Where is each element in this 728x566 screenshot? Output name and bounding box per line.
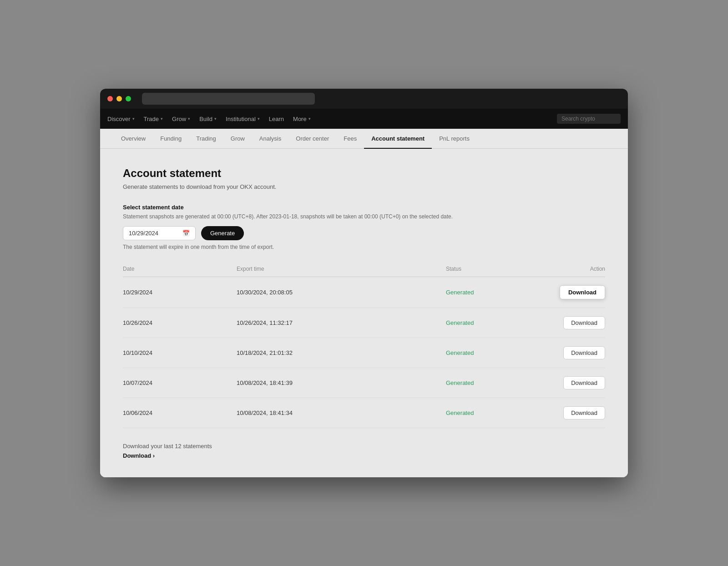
nav-bar: Discover ▾ Trade ▾ Grow ▾ Build ▾ Instit… — [100, 109, 628, 129]
row-4-status: Generated — [446, 409, 537, 416]
row-1-date: 10/26/2024 — [123, 319, 237, 326]
tab-order-center[interactable]: Order center — [288, 129, 336, 149]
tab-fees[interactable]: Fees — [336, 129, 364, 149]
download-button-3[interactable]: Download — [563, 376, 605, 389]
download-button-1[interactable]: Download — [563, 316, 605, 329]
row-0-action: Download — [537, 285, 605, 299]
download-button-0[interactable]: Download — [560, 285, 605, 299]
expire-note: The statement will expire in one month f… — [123, 244, 605, 250]
col-header-status: Status — [446, 266, 537, 272]
tab-analysis[interactable]: Analysis — [252, 129, 288, 149]
url-bar[interactable] — [142, 93, 315, 105]
page-subtitle: Generate statements to download from you… — [123, 183, 605, 190]
row-1-action: Download — [537, 316, 605, 329]
bulk-download-link[interactable]: Download › — [123, 452, 605, 459]
nav-item-grow[interactable]: Grow ▾ — [172, 116, 190, 122]
row-1-export-time: 10/26/2024, 11:32:17 — [237, 319, 446, 326]
title-bar — [100, 89, 628, 109]
tab-overview[interactable]: Overview — [114, 129, 153, 149]
main-content: Account statement Generate statements to… — [100, 149, 628, 477]
generate-button[interactable]: Generate — [201, 226, 244, 240]
col-header-export-time: Export time — [237, 266, 446, 272]
tab-bar: Overview Funding Trading Grow Analysis O… — [100, 129, 628, 149]
row-4-date: 10/06/2024 — [123, 409, 237, 416]
close-button[interactable] — [107, 96, 113, 101]
page-title: Account statement — [123, 167, 605, 180]
row-3-status: Generated — [446, 379, 537, 386]
date-input[interactable]: 10/29/2024 📅 — [123, 226, 196, 240]
nav-item-more[interactable]: More ▾ — [293, 116, 311, 122]
nav-item-build[interactable]: Build ▾ — [199, 116, 217, 122]
statements-table: Date Export time Status Action 10/29/202… — [123, 261, 605, 428]
tab-trading[interactable]: Trading — [189, 129, 223, 149]
table-header: Date Export time Status Action — [123, 261, 605, 277]
nav-item-trade[interactable]: Trade ▾ — [144, 116, 163, 122]
row-0-date: 10/29/2024 — [123, 289, 237, 296]
tab-account-statement[interactable]: Account statement — [364, 129, 432, 149]
nav-item-discover[interactable]: Discover ▾ — [107, 116, 135, 122]
row-3-date: 10/07/2024 — [123, 379, 237, 386]
download-button-4[interactable]: Download — [563, 406, 605, 419]
calendar-icon: 📅 — [182, 230, 190, 237]
bulk-download-section: Download your last 12 statements Downloa… — [123, 443, 605, 459]
chevron-down-icon: ▾ — [188, 116, 190, 121]
nav-item-institutional[interactable]: Institutional ▾ — [226, 116, 260, 122]
date-info: Statement snapshots are generated at 00:… — [123, 213, 605, 220]
col-header-date: Date — [123, 266, 237, 272]
chevron-down-icon: ▾ — [258, 116, 260, 121]
download-button-2[interactable]: Download — [563, 346, 605, 359]
tab-pnl-reports[interactable]: PnL reports — [432, 129, 477, 149]
tab-funding[interactable]: Funding — [153, 129, 189, 149]
row-3-action: Download — [537, 376, 605, 389]
date-row: 10/29/2024 📅 Generate — [123, 226, 605, 240]
row-2-status: Generated — [446, 349, 537, 356]
row-2-date: 10/10/2024 — [123, 349, 237, 356]
table-row: 10/07/2024 10/08/2024, 18:41:39 Generate… — [123, 368, 605, 398]
select-date-label: Select statement date — [123, 204, 605, 211]
browser-window: Discover ▾ Trade ▾ Grow ▾ Build ▾ Instit… — [100, 89, 628, 477]
bulk-download-title: Download your last 12 statements — [123, 443, 605, 450]
row-3-export-time: 10/08/2024, 18:41:39 — [237, 379, 446, 386]
tab-grow[interactable]: Grow — [223, 129, 252, 149]
nav-item-learn[interactable]: Learn — [269, 116, 284, 122]
chevron-down-icon: ▾ — [214, 116, 217, 121]
row-2-action: Download — [537, 346, 605, 359]
chevron-down-icon: ▾ — [132, 116, 135, 121]
date-value: 10/29/2024 — [129, 230, 158, 237]
chevron-down-icon: ▾ — [308, 116, 311, 121]
table-row: 10/10/2024 10/18/2024, 21:01:32 Generate… — [123, 338, 605, 368]
row-0-export-time: 10/30/2024, 20:08:05 — [237, 289, 446, 296]
row-4-action: Download — [537, 406, 605, 419]
col-header-action: Action — [537, 266, 605, 272]
minimize-button[interactable] — [116, 96, 122, 101]
row-0-status: Generated — [446, 289, 537, 296]
table-row: 10/06/2024 10/08/2024, 18:41:34 Generate… — [123, 398, 605, 428]
row-4-export-time: 10/08/2024, 18:41:34 — [237, 409, 446, 416]
maximize-button[interactable] — [126, 96, 131, 101]
table-row: 10/29/2024 10/30/2024, 20:08:05 Generate… — [123, 277, 605, 308]
table-row: 10/26/2024 10/26/2024, 11:32:17 Generate… — [123, 308, 605, 338]
row-2-export-time: 10/18/2024, 21:01:32 — [237, 349, 446, 356]
row-1-status: Generated — [446, 319, 537, 326]
search-input[interactable] — [557, 114, 621, 124]
chevron-down-icon: ▾ — [161, 116, 163, 121]
